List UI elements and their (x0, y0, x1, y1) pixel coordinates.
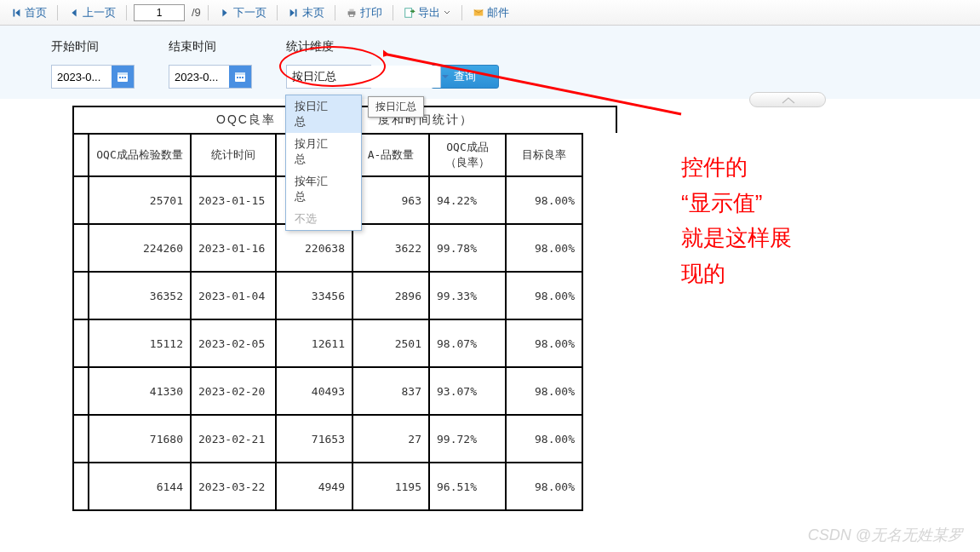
row-header-col (73, 134, 89, 176)
dropdown-option[interactable]: 按年汇总 (286, 170, 361, 208)
svg-rect-9 (124, 77, 126, 78)
cell: 98.00% (506, 319, 582, 367)
cell: 99.78% (429, 224, 506, 272)
table-row: 151122023-02-0512611250198.07%98.00% (73, 319, 582, 367)
row-lead (73, 176, 89, 224)
print-icon (346, 7, 358, 19)
cell: 98.00% (506, 463, 582, 510)
dimension-select[interactable] (286, 65, 371, 89)
svg-rect-2 (349, 14, 353, 16)
cell: 93.07% (429, 367, 506, 415)
pager-thumb[interactable] (749, 92, 826, 107)
column-header: 目标良率 (506, 134, 582, 176)
svg-rect-6 (117, 72, 128, 75)
first-page-button[interactable]: 首页 (7, 3, 50, 22)
end-time-label: 结束时间 (169, 39, 252, 55)
print-label: 打印 (360, 5, 382, 20)
svg-rect-7 (119, 77, 121, 78)
export-button[interactable]: 导出 (400, 3, 455, 22)
svg-rect-14 (242, 77, 244, 78)
dropdown-tooltip: 按日汇总 (368, 96, 424, 118)
cell: 36352 (89, 272, 191, 319)
filter-bar: 开始时间 结束时间 统计维度 查询 (0, 26, 980, 99)
cell: 2023-02-05 (191, 319, 276, 367)
end-date-field[interactable] (169, 65, 252, 89)
cell: 2023-02-20 (191, 367, 276, 415)
cell: 98.00% (506, 367, 582, 415)
start-date-input[interactable] (52, 66, 112, 88)
dropdown-option[interactable]: 按日汇总 (286, 95, 361, 133)
row-lead (73, 463, 89, 510)
calendar-icon[interactable] (229, 66, 251, 88)
print-button[interactable]: 打印 (342, 3, 386, 22)
row-lead (73, 415, 89, 463)
calendar-icon[interactable] (112, 66, 134, 88)
cell: 40493 (276, 367, 352, 415)
cell: 98.00% (506, 415, 582, 463)
cell: 94.22% (429, 176, 506, 224)
svg-rect-12 (237, 77, 238, 78)
page-number-input[interactable] (134, 4, 185, 21)
mail-label: 邮件 (487, 5, 509, 20)
cell: 963 (352, 176, 429, 224)
cell: 220638 (276, 224, 352, 272)
export-icon (404, 7, 415, 19)
next-page-button[interactable]: 下一页 (215, 3, 270, 22)
cell: 2023-01-15 (191, 176, 276, 224)
cell: 6144 (89, 463, 191, 510)
next-icon (219, 7, 231, 19)
report-toolbar: 首页 上一页 /9 下一页 末页 打印 导出 邮件 (0, 0, 980, 26)
end-date-input[interactable] (169, 66, 229, 88)
column-header: OQC成品（良率） (429, 134, 506, 176)
cell: 2023-02-21 (191, 415, 276, 463)
dimension-input[interactable] (287, 66, 440, 88)
last-page-button[interactable]: 末页 (284, 3, 328, 22)
prev-page-button[interactable]: 上一页 (65, 3, 119, 22)
dimension-label: 统计维度 (286, 39, 371, 55)
row-lead (73, 224, 89, 272)
table-row: 716802023-02-21716532799.72%98.00% (73, 415, 582, 463)
cell: 98.00% (506, 176, 582, 224)
table-row: 363522023-01-0433456289699.33%98.00% (73, 272, 582, 319)
cell: 2501 (352, 319, 429, 367)
cell: 837 (352, 367, 429, 415)
report-area: 按日汇总按月汇总按年汇总不选 按日汇总 控件的 “显示值” 就是这样展现的 OQ… (0, 99, 980, 511)
svg-rect-11 (235, 72, 245, 75)
svg-rect-3 (405, 8, 412, 17)
next-label: 下一页 (233, 5, 266, 20)
cell: 224260 (89, 224, 191, 272)
cell: 98.07% (429, 319, 506, 367)
annotation-text: 控件的 “显示值” 就是这样展现的 (681, 150, 800, 291)
cell: 33456 (276, 272, 352, 319)
row-lead (73, 319, 89, 367)
start-date-field[interactable] (51, 65, 135, 89)
cell: 71653 (276, 415, 352, 463)
last-label: 末页 (302, 5, 324, 20)
cell: 71680 (89, 415, 191, 463)
row-lead (73, 272, 89, 319)
first-label: 首页 (25, 5, 47, 20)
column-header: A-品数量 (352, 134, 429, 176)
dropdown-option[interactable]: 按月汇总 (286, 133, 361, 170)
cell: 12611 (276, 319, 352, 367)
cell: 96.51% (429, 463, 506, 510)
dimension-dropdown[interactable]: 按日汇总按月汇总按年汇总不选 (285, 95, 362, 231)
table-row: 413302023-02-204049383793.07%98.00% (73, 367, 582, 415)
column-header: OQC成品检验数量 (89, 134, 191, 176)
chevron-down-icon[interactable] (440, 66, 450, 88)
start-time-label: 开始时间 (51, 39, 135, 55)
page-total: /9 (192, 6, 201, 19)
cell: 99.72% (429, 415, 506, 463)
mail-button[interactable]: 邮件 (469, 3, 513, 22)
first-icon (10, 7, 22, 19)
table-row: 61442023-03-224949119596.51%98.00% (73, 463, 582, 510)
cell: 3622 (352, 224, 429, 272)
cell: 15112 (89, 319, 191, 367)
dropdown-option: 不选 (286, 208, 361, 230)
row-lead (73, 367, 89, 415)
column-header: 统计时间 (191, 134, 276, 176)
cell: 2023-01-04 (191, 272, 276, 319)
export-label: 导出 (418, 5, 440, 20)
cell: 99.33% (429, 272, 506, 319)
cell: 98.00% (506, 272, 582, 319)
